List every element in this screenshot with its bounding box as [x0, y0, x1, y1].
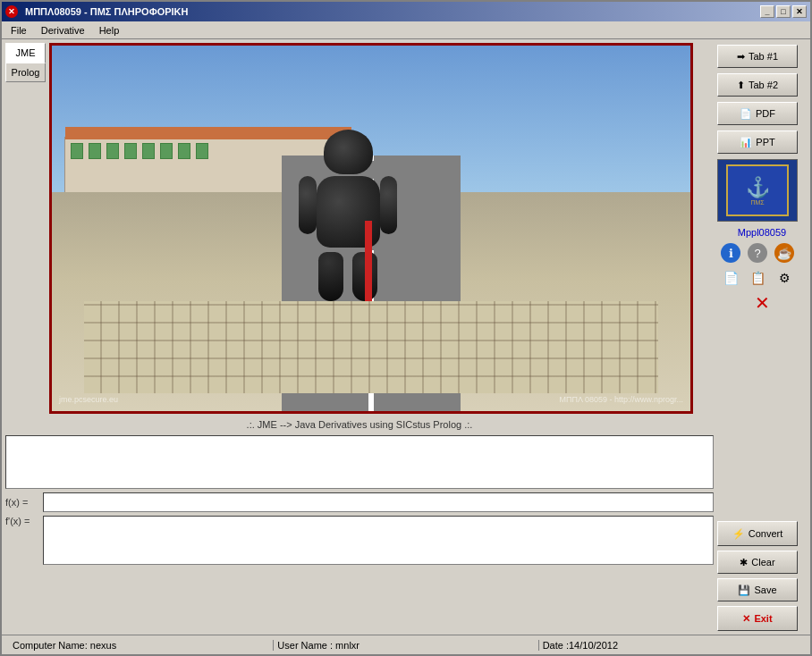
robot-legs [294, 252, 402, 301]
pdf-button[interactable]: 📄 PDF [717, 102, 798, 125]
clear-button[interactable]: ✱ Clear [717, 551, 798, 574]
save-icon: 💾 [738, 585, 750, 596]
watermark-left: jme.pcsecure.eu [59, 395, 118, 404]
tab-jme[interactable]: JME [5, 43, 46, 63]
pdf-small-icon[interactable]: 📄 [721, 268, 740, 288]
exit-icon: ✕ [742, 613, 750, 625]
menu-derivative[interactable]: Derivative [34, 23, 92, 38]
fpx-row: f'(x) = [5, 516, 714, 565]
left-panel: JME Prolog [5, 43, 714, 631]
main-content: JME Prolog [2, 39, 810, 635]
robot-left-arm [299, 176, 317, 234]
viewer-area: JME Prolog [5, 43, 714, 414]
status-user: User Name : mnlxr [274, 640, 538, 651]
red-x-container: ✕ [717, 293, 807, 313]
exit-label: Exit [754, 613, 772, 624]
clear-icon: ✱ [740, 557, 748, 568]
robot-right-arm [380, 176, 398, 234]
settings-icon[interactable]: ⚙ [774, 268, 794, 288]
robot-figure [294, 130, 402, 308]
building-window [196, 143, 208, 159]
robot-head [324, 130, 373, 174]
arrow-up-icon: ⬆ [737, 80, 745, 91]
tab1-label: Tab #1 [749, 51, 778, 62]
clear-label: Clear [751, 557, 774, 568]
fx-label: f(x) = [5, 497, 39, 508]
building-window [160, 143, 173, 159]
building-window [106, 143, 119, 159]
status-date: Date :14/10/2012 [539, 640, 803, 651]
building-window [124, 143, 137, 159]
building-window [89, 143, 101, 159]
exit-button[interactable]: ✕ Exit [717, 606, 798, 631]
formula-input[interactable] [5, 435, 714, 489]
convert-button[interactable]: ⚡ Convert [717, 521, 798, 546]
tab1-button[interactable]: ➡ Tab #1 [717, 45, 798, 68]
logo-box: ⚓ ΠΜΣ [717, 159, 798, 222]
window-title: ΜΠΠΛ08059 - ΠΜΣ ΠΛΗΡΟΦΟΡΙΚΗ [21, 6, 760, 17]
title-bar: ✕ ΜΠΠΛ08059 - ΠΜΣ ΠΛΗΡΟΦΟΡΙΚΗ _ □ ✕ [2, 2, 810, 21]
logo-symbol: ⚓ [746, 176, 770, 199]
window-controls: _ □ ✕ [760, 5, 807, 18]
convert-label: Convert [749, 528, 783, 539]
doc-icon[interactable]: 📋 [748, 268, 767, 288]
maximize-button[interactable]: □ [776, 5, 791, 18]
status-text: .:. JME --> Java Derivatives using SICst… [5, 417, 714, 432]
main-window: ✕ ΜΠΠΛ08059 - ΠΜΣ ΠΛΗΡΟΦΟΡΙΚΗ _ □ ✕ File… [0, 0, 812, 656]
red-x-icon[interactable]: ✕ [752, 293, 772, 313]
status-computer: Computer Name: nexus [9, 640, 274, 651]
convert-icon: ⚡ [732, 528, 745, 540]
fx-input[interactable] [43, 492, 714, 512]
info-icon[interactable]: ℹ [721, 243, 740, 263]
minimize-button[interactable]: _ [760, 5, 774, 18]
save-button[interactable]: 💾 Save [717, 578, 798, 601]
building-window [178, 143, 190, 159]
red-bar [365, 221, 372, 301]
help-icon[interactable]: ? [748, 243, 767, 263]
pdf-icon: 📄 [740, 108, 752, 120]
fpx-input[interactable] [43, 516, 714, 565]
viewer-frame: jme.pcsecure.eu ΜΠΠΛ 08059 - http://www.… [49, 43, 693, 414]
menu-help[interactable]: Help [92, 23, 127, 38]
ppt-icon: 📊 [740, 137, 752, 148]
building-window [71, 143, 83, 159]
fx-row: f(x) = [5, 492, 714, 512]
close-button[interactable]: ✕ [792, 5, 807, 18]
java-icon[interactable]: ☕ [774, 243, 794, 263]
building-window [142, 143, 155, 159]
ppt-label: PPT [756, 137, 774, 147]
tab-prolog[interactable]: Prolog [5, 63, 46, 82]
logo-inner: ⚓ ΠΜΣ [726, 164, 789, 216]
3d-scene: jme.pcsecure.eu ΜΠΠΛ 08059 - http://www.… [52, 46, 690, 411]
tab2-label: Tab #2 [749, 80, 778, 90]
floor-pattern [84, 301, 659, 392]
robot-left-leg [318, 252, 343, 301]
fpx-label: f'(x) = [5, 516, 39, 526]
tab-list: JME Prolog [5, 43, 46, 414]
right-panel: ➡ Tab #1 ⬆ Tab #2 📄 PDF 📊 PPT ⚓ [717, 43, 807, 631]
status-bar: Computer Name: nexus User Name : mnlxr D… [2, 635, 810, 654]
tab2-button[interactable]: ⬆ Tab #2 [717, 73, 798, 97]
right-bottom-buttons: ⚡ Convert ✱ Clear 💾 Save ✕ Exit [717, 521, 807, 631]
logo-text: ΠΜΣ [750, 199, 764, 206]
app-icon: ✕ [5, 5, 18, 18]
icon-row-1: ℹ ? ☕ [717, 243, 798, 263]
menu-bar: File Derivative Help [2, 21, 810, 39]
watermark-right: ΜΠΠΛ 08059 - http://www.nprogr... [559, 395, 683, 404]
icon-row-2: 📄 📋 ⚙ [717, 268, 798, 288]
ppt-button[interactable]: 📊 PPT [717, 130, 798, 154]
mppl-label[interactable]: Mppl08059 [717, 227, 807, 238]
menu-file[interactable]: File [4, 23, 34, 38]
save-label: Save [754, 585, 776, 595]
pdf-label: PDF [756, 108, 775, 119]
arrow-right-icon: ➡ [737, 51, 745, 63]
